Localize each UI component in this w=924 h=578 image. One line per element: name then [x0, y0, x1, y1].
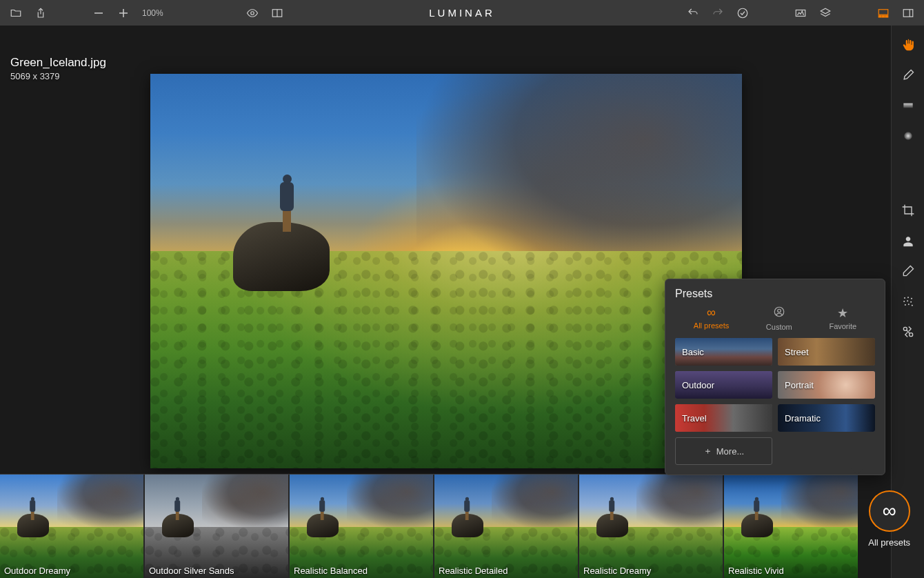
plus-icon: ＋	[703, 445, 712, 457]
open-icon[interactable]	[10, 7, 22, 19]
svg-rect-8	[878, 9, 888, 14]
svg-point-22	[904, 304, 905, 306]
file-dimensions: 5069 x 3379	[10, 71, 106, 81]
svg-rect-9	[878, 15, 881, 17]
preset-thumb[interactable]: Realistic Vivid	[724, 475, 858, 578]
zoom-out-icon[interactable]	[92, 7, 105, 19]
all-presets-button[interactable]: ∞ All presets	[868, 490, 910, 548]
tab-custom[interactable]: Custom	[766, 306, 792, 331]
approve-icon[interactable]	[736, 7, 749, 19]
svg-point-15	[904, 132, 912, 140]
preset-thumb[interactable]: Outdoor Dreamy	[0, 475, 145, 578]
infinity-icon: ∞	[883, 500, 896, 522]
preset-cat-portrait[interactable]: Portrait	[778, 371, 875, 399]
preset-thumb[interactable]: Realistic Detailed	[434, 475, 579, 578]
preset-more-button[interactable]: ＋ More...	[675, 437, 772, 465]
side-panel-icon[interactable]	[902, 7, 914, 19]
preset-cat-dramatic[interactable]: Dramatic	[778, 404, 875, 432]
preset-cat-street[interactable]: Street	[778, 338, 875, 366]
file-name: Green_Iceland.jpg	[10, 56, 106, 70]
preset-thumb-label: Realistic Balanced	[294, 566, 368, 576]
svg-point-20	[907, 300, 908, 301]
app-title: LUMINAR	[429, 7, 495, 19]
svg-point-18	[911, 298, 912, 299]
histogram-icon[interactable]	[794, 7, 807, 19]
svg-point-28	[778, 309, 781, 312]
svg-point-23	[907, 303, 909, 305]
svg-point-21	[910, 301, 912, 303]
presets-tabs: ∞ All presets Custom ★ Favorite	[675, 306, 875, 331]
erase-tool-icon[interactable]	[901, 264, 915, 278]
presets-view-icon[interactable]	[877, 7, 890, 19]
redo-icon[interactable]	[712, 7, 724, 19]
top-toolbar: 100% LUMINAR	[0, 0, 924, 26]
svg-rect-14	[903, 103, 912, 108]
presets-title: Presets	[675, 288, 875, 300]
svg-point-3	[250, 11, 254, 14]
svg-rect-7	[796, 10, 805, 16]
preset-strip: Outdoor DreamyOutdoor Silver SandsRealis…	[0, 474, 858, 578]
preset-categories: Basic Street Outdoor Portrait Travel Dra…	[675, 338, 875, 465]
brush-tool-icon[interactable]	[901, 68, 915, 82]
preset-thumb-label: Outdoor Silver Sands	[149, 566, 234, 576]
transform-tool-icon[interactable]	[901, 325, 915, 339]
svg-rect-11	[885, 15, 888, 17]
share-icon[interactable]	[34, 7, 47, 19]
svg-point-19	[903, 301, 905, 302]
user-icon	[773, 306, 785, 321]
tab-all-presets[interactable]: ∞ All presets	[694, 306, 729, 331]
preset-cat-travel[interactable]: Travel	[675, 404, 772, 432]
infinity-icon: ∞	[707, 306, 716, 320]
preset-thumb-label: Outdoor Dreamy	[4, 566, 70, 576]
preset-thumb[interactable]: Outdoor Silver Sands	[145, 475, 290, 578]
compare-icon[interactable]	[271, 7, 283, 19]
svg-point-6	[738, 8, 747, 18]
star-icon: ★	[837, 306, 848, 321]
preset-cat-outdoor[interactable]: Outdoor	[675, 371, 772, 399]
denoise-tool-icon[interactable]	[901, 295, 915, 308]
svg-point-16	[904, 297, 905, 299]
crop-tool-icon[interactable]	[901, 203, 915, 217]
svg-point-17	[907, 297, 909, 298]
layers-icon[interactable]	[819, 7, 832, 19]
radial-tool-icon[interactable]	[901, 129, 915, 143]
zoom-in-icon[interactable]	[117, 7, 130, 19]
svg-rect-10	[882, 15, 885, 17]
svg-point-24	[911, 305, 912, 306]
preset-thumb-label: Realistic Vivid	[728, 566, 784, 576]
main-image[interactable]	[150, 74, 742, 468]
preset-thumb-label: Realistic Dreamy	[583, 566, 651, 576]
zoom-level[interactable]: 100%	[142, 8, 163, 18]
pan-tool-icon[interactable]	[901, 38, 915, 52]
tab-favorite[interactable]: ★ Favorite	[829, 306, 856, 331]
preset-thumb-label: Realistic Detailed	[439, 566, 508, 576]
preset-thumb[interactable]: Realistic Dreamy	[579, 475, 724, 578]
file-info: Green_Iceland.jpg 5069 x 3379	[10, 56, 106, 81]
gradient-tool-icon[interactable]	[901, 99, 915, 112]
svg-rect-12	[903, 9, 913, 17]
preview-icon[interactable]	[246, 7, 259, 19]
presets-panel: Presets ∞ All presets Custom ★ Favorite …	[665, 279, 885, 475]
undo-icon[interactable]	[687, 7, 699, 19]
preset-thumb[interactable]: Realistic Balanced	[290, 475, 434, 578]
preset-cat-basic[interactable]: Basic	[675, 338, 772, 366]
clone-tool-icon[interactable]	[901, 234, 915, 248]
